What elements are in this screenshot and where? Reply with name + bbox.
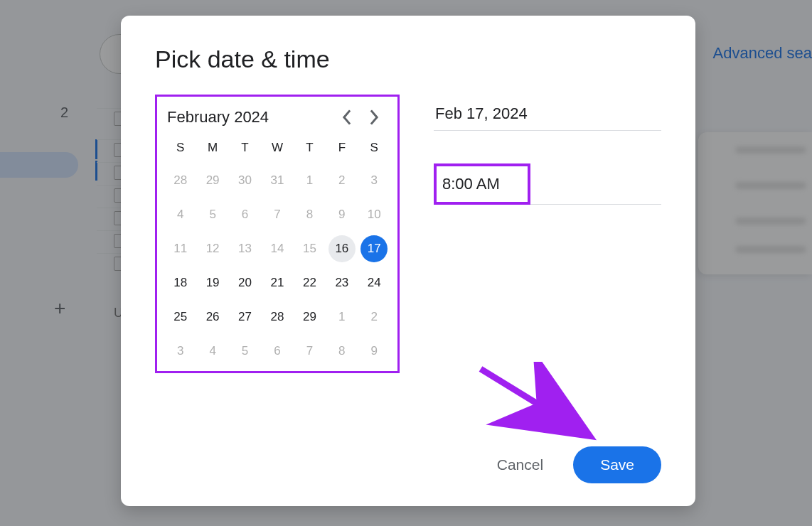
calendar-day[interactable]: 5: [229, 334, 261, 368]
chevron-left-icon: [342, 109, 352, 125]
time-input-highlight: [434, 163, 530, 205]
calendar-day[interactable]: 24: [358, 266, 390, 300]
calendar-day[interactable]: 27: [229, 300, 261, 334]
calendar-day[interactable]: 31: [261, 163, 293, 198]
calendar-day[interactable]: 17: [358, 232, 390, 266]
calendar-day[interactable]: 21: [261, 266, 293, 300]
calendar-dow: M: [196, 132, 228, 163]
calendar-day[interactable]: 28: [261, 300, 293, 334]
date-input[interactable]: [434, 100, 661, 131]
calendar-day[interactable]: 8: [294, 198, 326, 232]
save-button[interactable]: Save: [573, 446, 661, 483]
calendar-day[interactable]: 19: [196, 266, 228, 300]
calendar-day[interactable]: 7: [261, 198, 293, 232]
calendar-day[interactable]: 22: [294, 266, 326, 300]
next-month-button[interactable]: [360, 104, 388, 131]
dialog-title: Pick date & time: [155, 45, 661, 73]
calendar-day[interactable]: 13: [229, 232, 261, 266]
calendar-day[interactable]: 10: [358, 198, 390, 232]
calendar-dow: S: [164, 132, 196, 163]
calendar-day[interactable]: 11: [164, 232, 196, 266]
calendar-day[interactable]: 7: [294, 334, 326, 368]
calendar-day[interactable]: 6: [261, 334, 293, 368]
calendar-dow: F: [326, 132, 358, 163]
calendar-day[interactable]: 12: [196, 232, 228, 266]
calendar-day[interactable]: 14: [261, 232, 293, 266]
calendar-day[interactable]: 3: [358, 163, 390, 198]
calendar-day[interactable]: 18: [164, 266, 196, 300]
calendar-day[interactable]: 9: [358, 334, 390, 368]
calendar-month-label: February 2024: [167, 108, 333, 127]
calendar-dow: T: [294, 132, 326, 163]
calendar-picker: February 2024 SMTWTFS 282930311234567891…: [155, 95, 400, 373]
calendar-day[interactable]: 1: [326, 300, 358, 334]
calendar-day[interactable]: 4: [196, 334, 228, 368]
calendar-day[interactable]: 8: [326, 334, 358, 368]
calendar-day[interactable]: 30: [229, 163, 261, 198]
calendar-day[interactable]: 26: [196, 300, 228, 334]
calendar-day[interactable]: 4: [164, 198, 196, 232]
pick-date-time-dialog: Pick date & time February 2024 SMTWTFS 2…: [121, 16, 695, 506]
calendar-day[interactable]: 15: [294, 232, 326, 266]
time-input[interactable]: [441, 168, 526, 200]
calendar-day[interactable]: 9: [326, 198, 358, 232]
calendar-day[interactable]: 29: [196, 163, 228, 198]
calendar-day[interactable]: 2: [358, 300, 390, 334]
calendar-day[interactable]: 6: [229, 198, 261, 232]
calendar-day[interactable]: 3: [164, 334, 196, 368]
calendar-day[interactable]: 16: [326, 232, 358, 266]
calendar-day[interactable]: 23: [326, 266, 358, 300]
calendar-dow: W: [261, 132, 293, 163]
calendar-day[interactable]: 1: [294, 163, 326, 198]
calendar-day[interactable]: 2: [326, 163, 358, 198]
calendar-day[interactable]: 5: [196, 198, 228, 232]
chevron-right-icon: [369, 109, 379, 125]
calendar-dow: S: [358, 132, 390, 163]
cancel-button[interactable]: Cancel: [484, 448, 556, 482]
calendar-day[interactable]: 29: [294, 300, 326, 334]
calendar-dow: T: [229, 132, 261, 163]
calendar-day[interactable]: 25: [164, 300, 196, 334]
calendar-day[interactable]: 28: [164, 163, 196, 198]
prev-month-button[interactable]: [333, 104, 360, 131]
calendar-day[interactable]: 20: [229, 266, 261, 300]
